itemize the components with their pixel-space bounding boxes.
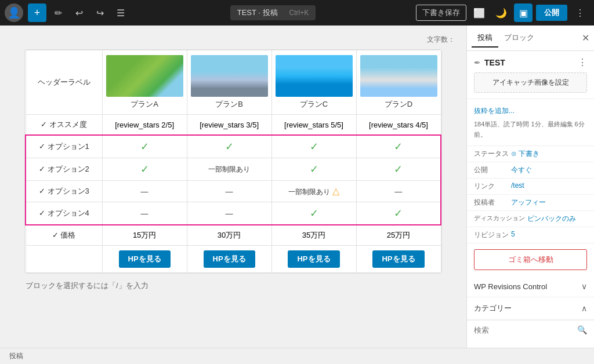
discussion-row: ディスカッション ピンバックのみ	[467, 211, 594, 227]
post-title-area[interactable]: TEST · 投稿 Ctrl+K	[230, 5, 316, 20]
table-row: ✓ オプション2✓一部制限あり✓✓	[26, 158, 441, 181]
dark-mode-button[interactable]: 🌙	[492, 3, 510, 22]
sidebar-meta: 184単語、読了時間 1分、最終編集 6分前。	[474, 119, 587, 140]
link-value[interactable]: /test	[511, 181, 524, 190]
post-icon: ✒	[474, 58, 481, 67]
tab-block[interactable]: ブロック	[498, 29, 540, 48]
row-data-cell: [review_stars 4/5]	[356, 115, 441, 136]
plan-b-name: プランB	[191, 99, 268, 110]
check-icon: ✓	[394, 141, 403, 152]
row-data-cell: —	[187, 202, 271, 225]
plan-a-name: プランA	[106, 99, 183, 110]
bottom-bar: 投稿	[0, 348, 594, 364]
menu-button[interactable]: ☰	[111, 3, 130, 22]
dash-icon: —	[226, 187, 233, 196]
row-data-cell: ✓	[102, 135, 187, 158]
plan-a-hp-button[interactable]: HPを見る	[119, 250, 171, 268]
plan-b-header: プランB	[187, 50, 271, 115]
pencil-icon: ✏	[55, 8, 62, 19]
redo-icon: ↪	[96, 8, 104, 19]
revision-value[interactable]: 5	[511, 230, 515, 238]
button-row: HPを見る HPを見る HPを見る HPを見る	[26, 246, 441, 273]
toolbar: 👤 + ✏ ↩ ↪ ☰ TEST · 投稿 Ctrl+K 下書き保存 ⬜ 🌙 ▣…	[0, 0, 594, 26]
row-label-cell: ✓ オプション1	[26, 135, 102, 158]
row-data-cell: —	[187, 181, 271, 202]
dash-icon: —	[394, 187, 402, 196]
preview-button[interactable]: ⬜	[470, 3, 488, 22]
revision-row: リビジョン 5	[467, 227, 594, 243]
post-title-menu-button[interactable]: ⋮	[578, 57, 587, 68]
row-data-cell: ✓	[356, 202, 441, 225]
table-header-row: ヘッダーラベル プランA プランB プランC	[26, 50, 441, 115]
row-data-cell: 30万円	[187, 225, 271, 246]
row-data-cell: 35万円	[271, 225, 356, 246]
add-block-button[interactable]: +	[28, 3, 46, 22]
cell-text: [review_stars 5/5]	[284, 121, 343, 129]
excerpt-link[interactable]: 抜粋を追加...	[474, 107, 515, 115]
bottom-bar-label: 投稿	[9, 351, 23, 361]
search-icon: 🔍	[577, 325, 587, 334]
dash-icon: —	[141, 187, 148, 196]
cell-text: 35万円	[302, 231, 325, 239]
link-row: リンク /test	[467, 179, 594, 195]
redo-button[interactable]: ↪	[90, 3, 109, 22]
plan-d-hp-button[interactable]: HPを見る	[372, 250, 424, 268]
categories-label: カテゴリー	[474, 303, 581, 314]
author-row: 投稿者 アッフィー	[467, 195, 594, 211]
author-value[interactable]: アッフィー	[511, 198, 546, 208]
row-label-cell: ✓ 価格	[26, 225, 102, 246]
row-data-cell: ✓	[356, 158, 441, 181]
publish-row: 公開 今すぐ	[467, 162, 594, 179]
check-icon: ✓	[140, 141, 149, 152]
partial-text: 一部制限あり	[208, 165, 250, 173]
plan-d-image	[360, 55, 437, 97]
plan-b-hp-button[interactable]: HPを見る	[204, 250, 255, 268]
sidebar-close-button[interactable]: ✕	[582, 32, 589, 43]
excerpt-section: 抜粋を追加... 184単語、読了時間 1分、最終編集 6分前。	[467, 99, 594, 146]
plan-a-image	[106, 55, 183, 97]
undo-button[interactable]: ↩	[70, 3, 88, 22]
row-data-cell: ✓	[271, 202, 356, 225]
header-label-cell: ヘッダーラベル	[26, 50, 102, 115]
check-icon: ✓	[310, 141, 318, 152]
more-options-button[interactable]: ⋮	[571, 3, 589, 22]
more-icon: ⋮	[575, 8, 585, 19]
categories-collapsible[interactable]: カテゴリー ∧	[467, 297, 594, 320]
sidebar-tabs: 投稿 ブロック ✕	[467, 26, 594, 51]
status-label: ステータス	[474, 149, 509, 159]
check-icon: ✓	[310, 163, 318, 175]
main-layout: 文字数： ヘッダーラベル プランA プランB	[0, 26, 594, 348]
publish-label: 公開	[474, 165, 509, 175]
trash-button[interactable]: ゴミ箱へ移動	[474, 249, 587, 270]
search-input[interactable]	[474, 326, 574, 334]
cell-text: 30万円	[218, 231, 241, 239]
row-data-cell: 一部制限あり	[187, 158, 271, 181]
plan-a-header: プランA	[102, 50, 187, 115]
featured-image-button[interactable]: アイキャッチ画像を設定	[474, 72, 587, 93]
plan-c-hp-button[interactable]: HPを見る	[288, 250, 339, 268]
save-draft-button[interactable]: 下書き保存	[416, 5, 466, 21]
row-data-cell: ✓	[271, 158, 356, 181]
plan-c-name: プランC	[276, 99, 353, 110]
plan-c-image	[276, 55, 353, 97]
plan-d-name: プランD	[360, 99, 437, 110]
comp-table: ヘッダーラベル プランA プランB プランC	[25, 50, 441, 273]
row-data-cell: 15万円	[102, 225, 187, 246]
edit-button[interactable]: ✏	[49, 3, 67, 22]
table-row: ✓ オプション3——一部制限あり △—	[26, 181, 441, 202]
publish-button[interactable]: 公開	[536, 5, 567, 21]
warning-icon: △	[330, 186, 339, 196]
tab-post[interactable]: 投稿	[472, 29, 498, 48]
editor-area: 文字数： ヘッダーラベル プランA プランB	[0, 26, 466, 348]
row-data-cell: —	[102, 181, 187, 202]
publish-value[interactable]: 今すぐ	[511, 165, 532, 175]
wp-revisions-label: WP Revisions Control	[474, 282, 581, 291]
menu-icon: ☰	[117, 8, 125, 19]
sidebar-toggle-button[interactable]: ▣	[514, 3, 533, 22]
discussion-value[interactable]: ピンバックのみ	[527, 214, 576, 224]
row-data-cell: ✓	[102, 158, 187, 181]
wp-revisions-collapsible[interactable]: WP Revisions Control ∨	[467, 276, 594, 297]
status-value[interactable]: ⊙ 下書き	[511, 149, 539, 159]
table-row: ✓ オプション4——✓✓	[26, 202, 441, 225]
discussion-label: ディスカッション	[474, 214, 525, 223]
